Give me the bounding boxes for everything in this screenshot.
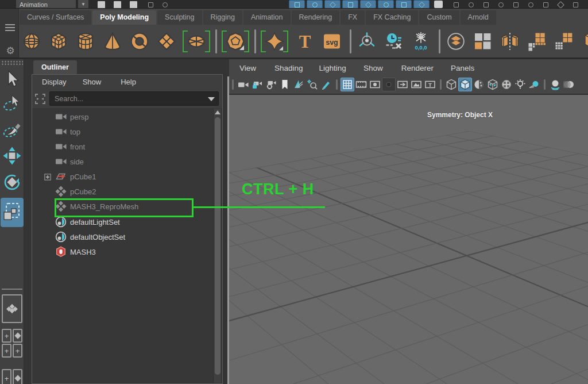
snap-projected-center-button[interactable] — [342, 0, 358, 9]
mirror-icon[interactable] — [499, 30, 521, 52]
toolbar-handle[interactable] — [544, 79, 546, 90]
outliner-tab[interactable]: Outliner — [33, 60, 77, 74]
snap-curve-button[interactable] — [307, 0, 323, 9]
make-live-button[interactable] — [378, 0, 394, 9]
ambient-occlusion-icon[interactable] — [548, 78, 562, 91]
wireframe-icon[interactable] — [444, 78, 458, 91]
outliner-search-input[interactable] — [50, 92, 218, 105]
lighting-icon[interactable] — [513, 78, 527, 91]
grid-toggle-icon[interactable] — [341, 78, 354, 91]
menuset-dropdown[interactable]: Animation — [16, 0, 76, 9]
shelf-tab-fx-caching[interactable]: FX Caching — [366, 10, 418, 25]
super-ellipse-icon[interactable] — [264, 30, 285, 52]
shelf-tab-sculpting[interactable]: Sculpting — [157, 10, 202, 25]
rotate-tool-button[interactable] — [2, 171, 22, 193]
outliner-item-top[interactable]: top — [55, 124, 80, 139]
outliner-menu-show[interactable]: Show — [77, 78, 107, 86]
material-preview-icon[interactable] — [472, 78, 486, 91]
poly-cone-icon[interactable] — [102, 30, 123, 52]
open-scene-icon[interactable] — [114, 1, 121, 9]
poly-disc-icon[interactable] — [185, 30, 207, 52]
bevel-icon[interactable] — [580, 30, 588, 52]
viewport-menu-lighting[interactable]: Lighting — [314, 64, 352, 72]
shelf-tab-rendering[interactable]: Rendering — [292, 10, 340, 25]
viewport-menu-show[interactable]: Show — [358, 64, 389, 72]
outliner-item-persp[interactable]: persp — [55, 109, 89, 124]
lasso-select-tool-button[interactable] — [2, 93, 22, 114]
filter-frame-icon[interactable] — [35, 94, 45, 104]
outliner-item-defaultobjectset[interactable]: defaultObjectSet — [55, 229, 125, 244]
shelf-tab-rigging[interactable]: Rigging — [203, 10, 242, 25]
outliner-item-mash3[interactable]: MASH3 — [55, 244, 96, 259]
snap-grid-button[interactable] — [289, 0, 305, 9]
shelf-tab-fx[interactable]: FX — [341, 10, 365, 25]
poly-cube-icon[interactable] — [48, 30, 69, 52]
poly-plane-icon[interactable] — [156, 30, 177, 52]
redo-icon[interactable] — [163, 2, 168, 7]
pin2-icon[interactable] — [498, 2, 504, 7]
search-dropdown-icon[interactable] — [208, 97, 215, 101]
poly-sphere-icon[interactable] — [21, 30, 42, 52]
poly-cylinder-icon[interactable] — [75, 30, 96, 52]
pan-zoom-icon[interactable] — [305, 78, 319, 91]
four-pane-layout-button-bl[interactable]: + — [2, 344, 11, 358]
highlight-selection-icon[interactable] — [434, 1, 443, 8]
select-tool-marker-icon[interactable] — [454, 2, 459, 7]
viewport-menu-renderer[interactable]: Renderer — [396, 64, 439, 72]
menuset-caret-icon[interactable]: ▼ — [78, 0, 88, 9]
safe-title-icon[interactable]: T — [423, 78, 437, 91]
snap-center-button[interactable] — [396, 0, 412, 9]
axis-marker-icon[interactable] — [483, 2, 489, 7]
image-plane-icon[interactable] — [292, 78, 305, 91]
two-pane-layout-button-left[interactable]: + — [2, 369, 11, 384]
shelf-tab-animation[interactable]: Animation — [243, 10, 291, 25]
outliner-item-front[interactable]: front — [55, 139, 85, 154]
viewport-menu-shading[interactable]: Shading — [269, 64, 309, 72]
viewport-content[interactable]: Symmetry: Object X — [229, 94, 588, 384]
poly-type-icon[interactable]: T — [294, 30, 316, 52]
outliner-item-pcube2[interactable]: pCube2 — [55, 184, 96, 199]
shaded-icon[interactable] — [458, 78, 472, 91]
expand-icon[interactable] — [44, 174, 51, 181]
shelf-menu-icon[interactable] — [5, 24, 15, 31]
single-pane-layout-button[interactable] — [2, 294, 22, 323]
motion-blur-icon[interactable] — [562, 78, 576, 91]
viewport-menu-view[interactable]: View — [234, 64, 262, 72]
grease-pencil-icon[interactable] — [319, 78, 333, 91]
outliner-item-side[interactable]: side — [55, 154, 84, 169]
svg-create-icon[interactable]: svg — [321, 30, 343, 52]
textured-icon[interactable] — [486, 78, 500, 91]
scrollbar-thumb[interactable] — [215, 117, 220, 375]
snap-release-button[interactable] — [413, 0, 430, 9]
resolution-gate-icon[interactable] — [368, 78, 382, 91]
reset-transform-icon[interactable] — [383, 30, 405, 52]
smooth-icon[interactable] — [526, 30, 548, 52]
joint-axes-icon[interactable] — [356, 30, 378, 52]
save-scene-icon[interactable] — [130, 1, 137, 9]
gate-mask-icon[interactable] — [382, 78, 396, 91]
outliner-menu-help[interactable]: Help — [115, 78, 142, 86]
field-chart-icon[interactable] — [396, 78, 409, 91]
shelf-tab-custom[interactable]: Custom — [419, 10, 459, 25]
undo-icon[interactable] — [148, 2, 153, 7]
shelf-gear-icon[interactable]: ⚙ — [5, 45, 16, 57]
spark-icon[interactable] — [573, 2, 578, 7]
construction-history-icon[interactable] — [543, 2, 548, 7]
scale-tool-button[interactable] — [1, 198, 24, 227]
mash-network-icon[interactable] — [445, 30, 467, 52]
input-connections-icon[interactable] — [513, 2, 519, 7]
select-camera-icon[interactable] — [237, 78, 250, 91]
platonic-solid-icon[interactable] — [225, 30, 246, 52]
shelf-tab-curves-surfaces[interactable]: Curves / Surfaces — [20, 10, 91, 25]
shelf-tab-arnold[interactable]: Arnold — [461, 10, 496, 25]
four-pane-layout-button-tr[interactable] — [13, 329, 22, 343]
paint-select-tool-button[interactable] — [2, 118, 22, 140]
four-pane-layout-button-br[interactable]: + — [13, 344, 22, 358]
four-pane-layout-button-tl[interactable]: + — [2, 329, 11, 343]
select-tool-button[interactable] — [2, 68, 22, 90]
two-pane-layout-button-right[interactable] — [13, 369, 22, 384]
toolbox-grip[interactable] — [1, 60, 23, 66]
outliner-scrollbar[interactable] — [213, 109, 221, 383]
move-tool-button[interactable] — [2, 145, 22, 167]
new-scene-icon[interactable] — [98, 1, 105, 9]
